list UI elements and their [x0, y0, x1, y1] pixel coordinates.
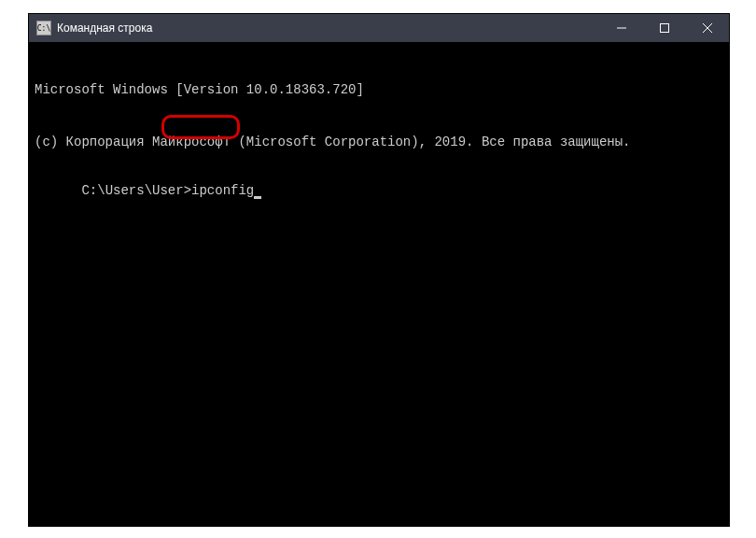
window-title: Командная строка	[57, 21, 600, 35]
version-line: Microsoft Windows [Version 10.0.18363.72…	[35, 81, 723, 99]
titlebar[interactable]: C:\ Командная строка	[29, 14, 729, 42]
copyright-line: (c) Корпорация Майкрософт (Microsoft Cor…	[35, 134, 723, 151]
maximize-button[interactable]	[643, 14, 686, 42]
terminal-body[interactable]: Microsoft Windows [Version 10.0.18363.72…	[29, 42, 729, 526]
window-controls	[600, 14, 729, 42]
command-text: ipconfig	[191, 183, 254, 198]
svg-rect-1	[661, 24, 669, 33]
maximize-icon	[660, 23, 669, 33]
cursor	[254, 196, 261, 199]
minimize-button[interactable]	[600, 14, 643, 42]
minimize-icon	[617, 23, 626, 33]
app-icon-label: C:\	[37, 24, 50, 33]
window-frame: C:\ Командная строка	[28, 13, 730, 527]
prompt-text: C:\Users\User>	[81, 183, 191, 198]
command-prompt-window: C:\ Командная строка	[29, 14, 729, 526]
prompt-line: C:\Users\User>ipconfig	[81, 182, 261, 200]
close-icon	[703, 23, 712, 33]
app-icon: C:\	[36, 21, 51, 35]
close-button[interactable]	[686, 14, 729, 42]
